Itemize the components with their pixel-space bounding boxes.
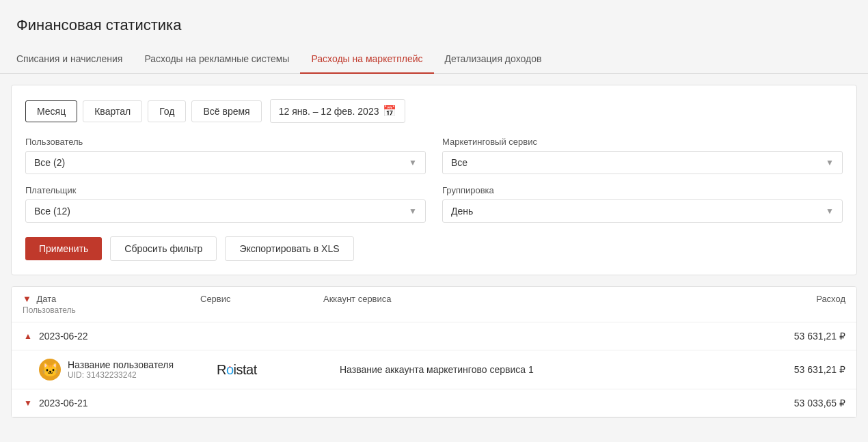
user-cell: 🐱 Название пользователя UID: 31432233242 — [39, 359, 217, 381]
column-date-sublabel: Пользователь — [23, 305, 76, 315]
reset-button[interactable]: Сбросить фильтр — [110, 236, 217, 261]
column-date: ▼ Дата Пользователь — [23, 294, 200, 315]
export-button[interactable]: Экспортировать в XLS — [225, 236, 353, 261]
marketing-filter-value: Все — [451, 157, 467, 168]
column-amount: Расход — [736, 294, 845, 315]
chevron-down-icon: ▼ — [826, 206, 834, 216]
collapse-icon[interactable]: ▲ — [23, 331, 33, 341]
payer-filter-group: Плательщик Все (12) ▼ — [25, 185, 426, 223]
roistat-wordmark: R o• istat — [217, 362, 257, 378]
user-filter-group: Пользователь Все (2) ▼ — [25, 137, 426, 174]
table-header: ▼ Дата Пользователь Сервис Аккаунт серви… — [12, 287, 856, 322]
chevron-down-icon: ▼ — [409, 206, 417, 216]
avatar-icon: 🐱 — [42, 361, 59, 378]
grouping-filter-select[interactable]: День ▼ — [442, 199, 843, 223]
account-name: Название аккаунта маркетингово сервиса 1 — [340, 364, 736, 375]
date-range-text: 12 янв. – 12 фев. 2023 — [279, 106, 379, 117]
group-date-value: 2023-06-22 — [39, 331, 88, 342]
data-table: ▼ Дата Пользователь Сервис Аккаунт серви… — [11, 286, 857, 418]
payer-filter-label: Плательщик — [25, 185, 426, 195]
expand-icon[interactable]: ▼ — [23, 398, 33, 408]
group-row[interactable]: ▲ 2023-06-22 53 631,21 ₽ — [12, 322, 856, 350]
payer-filter-select[interactable]: Все (12) ▼ — [25, 199, 426, 223]
detail-amount: 53 631,21 ₽ — [736, 364, 845, 375]
page-wrapper: Финансовая статистика Списания и начисле… — [0, 0, 868, 442]
tab-writeoffs[interactable]: Списания и начисления — [16, 45, 133, 74]
grouping-filter-value: День — [451, 206, 473, 217]
chevron-down-icon: ▼ — [409, 158, 417, 167]
user-info: Название пользователя UID: 31432233242 — [68, 359, 174, 380]
user-uid: UID: 31432233242 — [68, 370, 174, 380]
apply-button[interactable]: Применить — [25, 237, 102, 260]
group-row[interactable]: ▼ 2023-06-21 53 033,65 ₽ — [12, 389, 856, 417]
group-amount-value: 53 033,65 ₽ — [736, 398, 845, 409]
group-amount-value: 53 631,21 ₽ — [736, 331, 845, 342]
marketing-filter-group: Маркетинговый сервис Все ▼ — [442, 137, 843, 174]
filters-grid: Пользователь Все (2) ▼ Маркетинговый сер… — [25, 137, 843, 223]
chevron-down-icon: ▼ — [826, 158, 834, 167]
sort-icon: ▼ — [23, 294, 31, 304]
period-month-button[interactable]: Месяц — [25, 100, 77, 122]
grouping-filter-label: Группировка — [442, 185, 843, 195]
user-name: Название пользователя — [68, 359, 174, 370]
marketing-filter-label: Маркетинговый сервис — [442, 137, 843, 147]
page-title: Финансовая статистика — [0, 0, 868, 45]
period-selector: Месяц Квартал Год Всё время 12 янв. – 12… — [25, 99, 843, 123]
calendar-icon: 📅 — [383, 105, 396, 118]
service-logo: R o• istat — [217, 362, 340, 378]
column-date-label: ▼ Дата — [23, 294, 56, 304]
payer-filter-value: Все (12) — [34, 206, 70, 217]
period-quarter-button[interactable]: Квартал — [83, 100, 142, 122]
group-date-cell: ▲ 2023-06-22 — [23, 331, 200, 342]
user-filter-label: Пользователь — [25, 137, 426, 147]
tab-income[interactable]: Детализация доходов — [434, 45, 553, 74]
user-filter-value: Все (2) — [34, 157, 65, 168]
column-service: Сервис — [200, 294, 323, 315]
filter-actions: Применить Сбросить фильтр Экспортировать… — [25, 236, 843, 261]
marketing-filter-select[interactable]: Все ▼ — [442, 151, 843, 174]
period-year-button[interactable]: Год — [148, 100, 186, 122]
filter-panel: Месяц Квартал Год Всё время 12 янв. – 12… — [11, 85, 857, 275]
tab-marketplace[interactable]: Расходы на маркетплейс — [300, 45, 433, 74]
detail-row: 🐱 Название пользователя UID: 31432233242… — [12, 350, 856, 389]
grouping-filter-group: Группировка День ▼ — [442, 185, 843, 223]
user-filter-select[interactable]: Все (2) ▼ — [25, 151, 426, 174]
avatar: 🐱 — [39, 359, 61, 381]
column-account: Аккаунт сервиса — [323, 294, 736, 315]
group-date-cell: ▼ 2023-06-21 — [23, 398, 200, 409]
date-range-button[interactable]: 12 янв. – 12 фев. 2023 📅 — [270, 99, 406, 123]
tab-ad-spend[interactable]: Расходы на рекламные системы — [133, 45, 300, 74]
period-all-button[interactable]: Всё время — [191, 100, 261, 122]
group-date-value: 2023-06-21 — [39, 398, 88, 409]
tabs-nav: Списания и начисления Расходы на рекламн… — [0, 45, 868, 74]
